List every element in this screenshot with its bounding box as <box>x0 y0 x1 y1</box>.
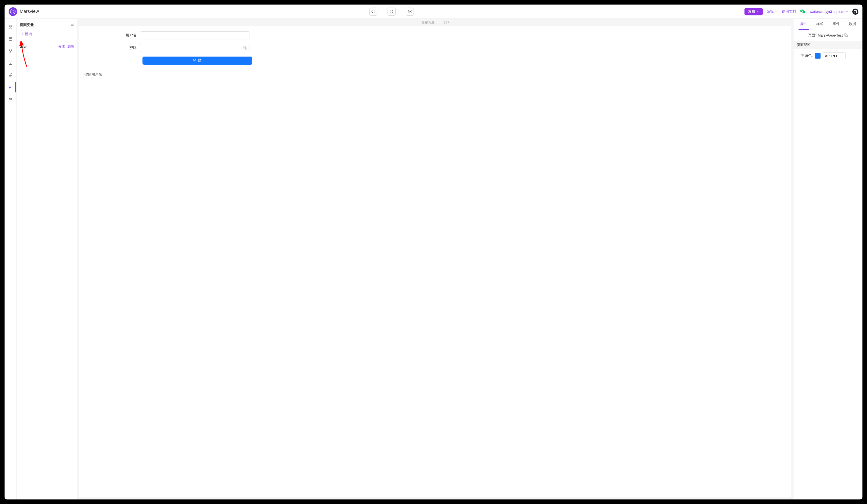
canvas-body-text: 你的用户名 <box>84 72 786 77</box>
variable-row: user 修改 删除 <box>20 44 74 49</box>
edit-label: 编辑 <box>767 9 774 14</box>
rail-terminal[interactable] <box>6 58 16 68</box>
svg-rect-11 <box>9 62 12 65</box>
var-panel-title: 页面变量 <box>20 23 34 27</box>
canvas-content[interactable]: 用户名: 密码: 登 陆 你的用户名 <box>79 26 791 497</box>
svg-rect-4 <box>11 25 12 26</box>
variable-delete-button[interactable]: 删除 <box>67 44 74 49</box>
tab-style[interactable]: 样式 <box>815 19 825 30</box>
theme-color-label: 主题色: <box>801 54 813 58</box>
rail-api[interactable] <box>6 70 16 80</box>
app-header: Marsview 发布 编辑 使用文档 <box>4 4 863 19</box>
rail-variables[interactable]: fx <box>6 82 16 92</box>
user-email: waiterxiaoyy@qq.com <box>810 10 844 14</box>
username-label: 用户名: <box>84 33 140 37</box>
preview-button[interactable] <box>406 8 414 16</box>
user-email-dropdown[interactable]: waiterxiaoyy@qq.com <box>810 10 848 14</box>
svg-point-12 <box>9 98 11 99</box>
theme-color-input[interactable] <box>823 52 846 59</box>
sidebar-rail: fx <box>4 19 17 500</box>
rail-layout[interactable] <box>6 34 16 44</box>
plus-icon: + <box>22 32 24 36</box>
brand-name: Marsview <box>20 9 39 14</box>
svg-point-1 <box>10 10 16 14</box>
add-label: 新增 <box>25 32 32 36</box>
login-button[interactable]: 登 陆 <box>142 57 253 65</box>
properties-panel: 属性 样式 事件 数据 页面: Mars-Page-Test 页面配置 主题色: <box>793 19 863 500</box>
svg-point-13 <box>11 98 12 99</box>
svg-rect-3 <box>9 25 10 26</box>
svg-rect-6 <box>11 27 12 28</box>
password-label: 密码: <box>84 46 140 50</box>
color-swatch[interactable] <box>815 53 821 59</box>
wechat-icon[interactable] <box>800 9 806 14</box>
eye-off-icon[interactable] <box>243 46 247 51</box>
config-section-title: 页面配置 <box>793 41 863 49</box>
tab-data[interactable]: 数据 <box>847 19 857 30</box>
page-name-label: 页面: <box>808 33 816 37</box>
username-input[interactable] <box>140 31 250 40</box>
variable-edit-button[interactable]: 修改 <box>58 44 65 49</box>
copy-icon[interactable] <box>844 33 848 37</box>
caret-down-icon <box>757 10 759 13</box>
canvas-header: 画布宽度: 867 <box>77 19 793 26</box>
collapse-icon[interactable] <box>71 23 74 27</box>
svg-point-9 <box>11 50 12 51</box>
publish-label: 发布 <box>748 9 755 14</box>
canvas-width-value: 867 <box>444 20 449 24</box>
tab-event[interactable]: 事件 <box>831 19 841 30</box>
tab-attributes[interactable]: 属性 <box>799 19 809 30</box>
chevron-down-icon <box>775 10 778 13</box>
canvas-area: 画布宽度: 867 用户名: 密码: 登 陆 <box>77 19 793 500</box>
edit-link[interactable]: 编辑 <box>767 9 778 14</box>
canvas-width-label: 画布宽度: <box>421 20 436 24</box>
page-name-value: Mars-Page-Test <box>818 33 843 37</box>
password-input[interactable] <box>140 44 250 52</box>
rail-users[interactable] <box>6 95 16 105</box>
github-icon[interactable] <box>852 9 858 15</box>
svg-point-10 <box>10 52 11 53</box>
svg-rect-7 <box>9 37 12 41</box>
docs-link[interactable]: 使用文档 <box>782 9 796 14</box>
variable-name: user <box>20 45 26 48</box>
add-variable-button[interactable]: + 新增 <box>20 30 74 38</box>
svg-point-8 <box>9 50 10 51</box>
rail-tree[interactable] <box>6 46 16 56</box>
save-button[interactable] <box>387 8 396 16</box>
variables-panel: 页面变量 + 新增 user 修改 删除 <box>17 19 77 500</box>
svg-rect-21 <box>846 35 847 36</box>
code-button[interactable] <box>369 8 377 16</box>
svg-point-2 <box>409 11 410 12</box>
rail-components[interactable] <box>6 22 16 32</box>
chevron-down-icon <box>845 10 848 13</box>
publish-button[interactable]: 发布 <box>745 8 763 15</box>
app-logo <box>9 7 17 16</box>
svg-rect-5 <box>9 27 10 28</box>
